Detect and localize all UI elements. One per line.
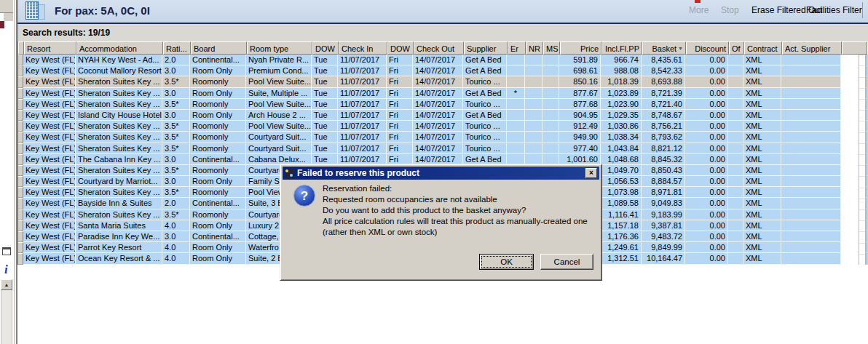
- table-row[interactable]: Key West (FL)Sheraton Suites Key ...3.5*…: [18, 132, 868, 143]
- table-cell: [781, 231, 841, 242]
- column-header-check-out[interactable]: Check Out: [414, 41, 464, 55]
- column-header-rati[interactable]: Rati...: [163, 41, 191, 55]
- building-icon: [25, 1, 39, 20]
- table-cell: 2.0: [162, 55, 190, 65]
- column-header-resort[interactable]: Resort: [24, 41, 76, 55]
- table-row[interactable]: Key West (FL)NYAH Key West - Ad...2.0Con…: [18, 55, 868, 65]
- table-cell: 8,721.39: [642, 88, 685, 99]
- column-header-of[interactable]: Of: [729, 41, 744, 55]
- column-header-supplier[interactable]: Supplier: [464, 41, 508, 55]
- table-cell: XML: [743, 76, 781, 87]
- row-indicator[interactable]: [18, 143, 23, 154]
- cancel-button[interactable]: Cancel: [540, 254, 593, 270]
- table-cell: Key West (FL): [23, 110, 76, 121]
- column-header-accommodation[interactable]: Accommodation: [76, 41, 163, 55]
- column-header-basket[interactable]: Basket▼: [642, 41, 686, 55]
- table-cell: Room Only: [190, 176, 246, 187]
- dialog-titlebar[interactable]: Failed to reserve this product ×: [283, 167, 599, 180]
- table-row[interactable]: Key West (FL)Sheraton Suites Key ...3.5*…: [18, 76, 868, 87]
- table-cell: 8,693.88: [642, 76, 685, 87]
- table-cell: 11/07/2017: [338, 143, 387, 154]
- row-indicator[interactable]: [18, 55, 23, 65]
- row-indicator[interactable]: [18, 242, 23, 253]
- table-cell: [542, 88, 559, 99]
- background-window-fragment: [4, 13, 14, 21]
- table-cell: Fri: [387, 65, 413, 76]
- table-cell: 3.0: [162, 176, 190, 187]
- dialog-line: All price calculation rules will treat t…: [323, 216, 592, 227]
- facilities-filter-button[interactable]: Facilities Filter: [806, 5, 862, 15]
- row-indicator[interactable]: [18, 121, 23, 132]
- table-cell: Room Only: [190, 110, 246, 121]
- table-row[interactable]: Key West (FL)Sheraton Suites Key ...3.5*…: [18, 99, 868, 110]
- row-indicator[interactable]: [18, 110, 23, 121]
- table-row[interactable]: Key West (FL)Sheraton Suites Key ...3.5*…: [18, 121, 868, 132]
- table-cell: 3.5*: [162, 99, 190, 110]
- table-cell: Get A Bed: [463, 65, 507, 76]
- table-cell: Tue: [312, 121, 338, 132]
- column-header-board[interactable]: Board: [191, 41, 247, 55]
- column-header-room-type[interactable]: Room type: [247, 41, 312, 55]
- table-row[interactable]: Key West (FL)Coconut Mallory Resort3.0Ro…: [18, 65, 868, 76]
- row-indicator[interactable]: [18, 132, 23, 143]
- table-row[interactable]: Key West (FL)Island City House Hotel3.0R…: [18, 110, 868, 121]
- table-cell: Key West (FL): [23, 165, 76, 176]
- table-cell: Fri: [387, 76, 413, 87]
- table-cell: XML: [743, 55, 781, 65]
- stop-button[interactable]: Stop: [721, 5, 739, 15]
- table-cell: Room Only: [190, 220, 246, 231]
- restore-window-icon[interactable]: [2, 247, 11, 255]
- row-indicator[interactable]: [18, 165, 23, 176]
- row-indicator[interactable]: [18, 220, 23, 231]
- table-cell: 2.0: [162, 198, 190, 209]
- column-header-price[interactable]: Price: [560, 41, 601, 55]
- row-indicator[interactable]: [18, 154, 23, 165]
- column-header-incl-fl-pp[interactable]: Incl.Fl.PP: [601, 41, 642, 55]
- row-indicator[interactable]: [18, 187, 23, 198]
- table-cell: Sheraton Suites Key ...: [76, 187, 162, 198]
- column-header-dow[interactable]: DOW: [387, 41, 414, 55]
- table-row[interactable]: Key West (FL)Sheraton Suites Key ...3.5*…: [18, 143, 868, 154]
- row-indicator[interactable]: [18, 253, 23, 264]
- table-cell: [781, 176, 841, 187]
- table-cell: 0.00: [685, 143, 728, 154]
- info-icon[interactable]: i: [4, 263, 8, 277]
- column-header-check-in[interactable]: Check In: [339, 41, 387, 55]
- row-indicator[interactable]: [18, 231, 23, 242]
- sort-desc-icon: ▼: [678, 46, 683, 51]
- row-indicator[interactable]: [18, 99, 23, 110]
- more-button[interactable]: More: [689, 5, 709, 15]
- table-cell: 3.5*: [162, 121, 190, 132]
- row-indicator[interactable]: [18, 65, 23, 76]
- column-header-er[interactable]: Er: [508, 41, 526, 55]
- column-header-contract[interactable]: Contract: [744, 41, 782, 55]
- column-header-act-supplier[interactable]: Act. Supplier: [782, 41, 842, 55]
- row-indicator[interactable]: [18, 76, 23, 87]
- table-cell: 0.00: [685, 242, 728, 253]
- column-header-ms[interactable]: MS: [543, 41, 560, 55]
- table-row[interactable]: Key West (FL)Sheraton Suites Key ...3.0R…: [18, 88, 868, 99]
- table-cell: Arch House 2 ...: [246, 110, 312, 121]
- column-header-dow[interactable]: DOW: [312, 41, 339, 55]
- table-cell: 0.00: [685, 198, 728, 209]
- filler-header: [842, 41, 867, 55]
- left-scrollbar-track[interactable]: [1, 290, 12, 344]
- column-header-discount[interactable]: Discount: [686, 41, 729, 55]
- table-cell: 8,850.43: [642, 165, 685, 176]
- table-cell: [507, 99, 525, 110]
- table-cell: 1,157.18: [601, 220, 642, 231]
- table-cell: Key West (FL): [23, 154, 76, 165]
- ok-button[interactable]: OK: [479, 254, 534, 270]
- table-cell: [781, 55, 841, 65]
- row-indicator[interactable]: [18, 198, 23, 209]
- row-indicator[interactable]: [18, 209, 23, 220]
- table-cell: [525, 99, 542, 110]
- row-indicator[interactable]: [18, 88, 23, 99]
- table-cell: 1,116.41: [601, 209, 642, 220]
- table-cell: [728, 231, 743, 242]
- column-header-nr[interactable]: NR: [526, 41, 543, 55]
- scroll-up-button[interactable]: ▲: [1, 279, 12, 290]
- question-icon: ?: [293, 185, 315, 207]
- row-indicator[interactable]: [18, 176, 23, 187]
- close-icon[interactable]: ×: [585, 168, 597, 178]
